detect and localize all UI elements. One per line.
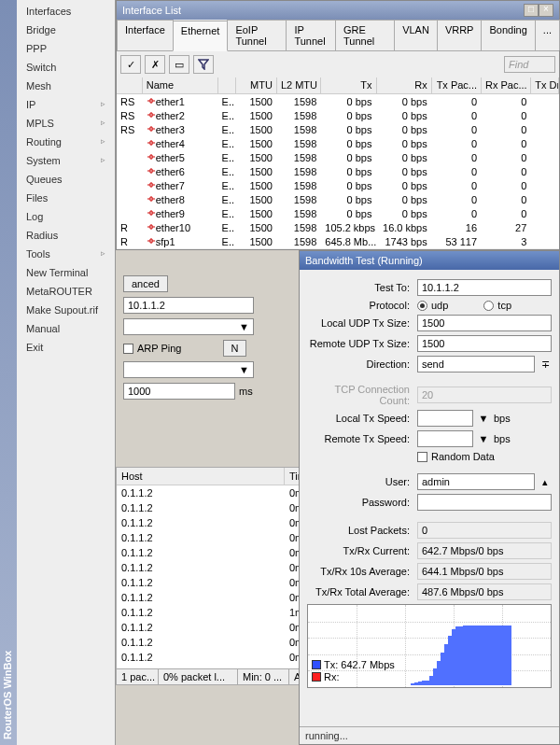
remote-txs-label: Remote Tx Speed:: [307, 433, 413, 444]
bandwidth-test-title: Bandwidth Test (Running): [300, 251, 559, 270]
sidebar-item-manual[interactable]: Manual: [17, 319, 115, 338]
lost-packets-label: Lost Packets:: [307, 525, 413, 536]
local-udp-label: Local UDP Tx Size:: [307, 317, 413, 329]
local-txs-label: Local Tx Speed:: [307, 413, 413, 424]
tab-interface[interactable]: Interface: [117, 20, 174, 50]
ping-src-dropdown[interactable]: ▼: [123, 361, 254, 378]
sidebar-item-radius[interactable]: Radius: [17, 226, 115, 245]
disable-button[interactable]: ✗: [145, 55, 165, 74]
direction-select[interactable]: send: [417, 356, 535, 372]
test-to-label: Test To:: [307, 282, 413, 293]
remote-txs-input[interactable]: [417, 430, 473, 447]
tab-gre-tunnel[interactable]: GRE Tunnel: [335, 20, 395, 50]
ping-address-input[interactable]: 10.1.1.2: [123, 297, 254, 314]
arp-ping-checkbox[interactable]: [123, 344, 133, 354]
sidebar-item-log[interactable]: Log: [17, 207, 115, 226]
local-txs-input[interactable]: [417, 410, 473, 427]
sidebar-item-new-terminal[interactable]: New Terminal: [17, 263, 115, 282]
interface-row[interactable]: ether7E..150015980 bps0 bps00: [117, 178, 559, 192]
ethernet-icon: [147, 166, 156, 176]
sidebar-item-files[interactable]: Files: [17, 189, 115, 207]
sidebar-item-interfaces[interactable]: Interfaces: [17, 2, 115, 21]
random-data-checkbox[interactable]: [417, 452, 427, 462]
ping-interval-input[interactable]: 1000: [123, 383, 235, 400]
local-txs-clear-icon[interactable]: ▼: [477, 413, 490, 424]
sidebar-item-exit[interactable]: Exit: [17, 338, 115, 357]
protocol-tcp-radio[interactable]: [483, 301, 494, 311]
protocol-udp-radio[interactable]: [417, 301, 427, 311]
protocol-udp-label: udp: [431, 300, 448, 311]
sidebar-item-routing[interactable]: Routing▹: [17, 133, 115, 151]
direction-dropdown-icon[interactable]: ∓: [539, 358, 552, 371]
txrx-current-value: 642.7 Mbps/0 bps: [417, 542, 552, 559]
interface-tabs: InterfaceEthernetEoIP TunnelIP TunnelGRE…: [117, 20, 559, 51]
ethernet-icon: [147, 124, 156, 134]
txrx-total-label: Tx/Rx Total Average:: [307, 586, 413, 597]
enable-button[interactable]: ✓: [120, 55, 141, 74]
interface-list-window: Interface List □ × InterfaceEthernetEoIP…: [116, 0, 560, 250]
sidebar-item-mpls[interactable]: MPLS▹: [17, 114, 115, 133]
advanced-button[interactable]: anced: [123, 275, 168, 292]
ping-panel: anced 10.1.1.2 ▼ ARP Ping N ▼ 1000 ms: [116, 271, 302, 404]
arp-ping-label: ARP Ping: [137, 343, 182, 354]
ethernet-icon: [147, 138, 156, 148]
ethernet-icon: [147, 96, 156, 105]
ethernet-icon: [147, 194, 156, 204]
user-input[interactable]: admin: [417, 473, 535, 490]
interface-row[interactable]: RSether1E..150015980 bps0 bps00: [117, 94, 559, 108]
tab-eoip-tunnel[interactable]: EoIP Tunnel: [227, 20, 287, 50]
tab-vlan[interactable]: VLAN: [394, 20, 438, 50]
sidebar-item-queues[interactable]: Queues: [17, 170, 115, 189]
interface-row[interactable]: ether5E..150015980 bps0 bps00: [117, 150, 559, 164]
tab-ethernet[interactable]: Ethernet: [173, 21, 229, 51]
sidebar-item-mesh[interactable]: Mesh: [17, 77, 115, 95]
interface-row[interactable]: ether4E..150015980 bps0 bps00: [117, 136, 559, 150]
password-input[interactable]: [417, 494, 552, 511]
interface-row[interactable]: Rsfp1E..15001598645.8 Mb...1743 bps53 11…: [117, 234, 559, 248]
ethernet-icon: [147, 208, 156, 218]
interface-row[interactable]: ether8E..150015980 bps0 bps00: [117, 192, 559, 206]
tab-bonding[interactable]: Bonding: [481, 20, 535, 50]
ethernet-icon: [147, 180, 156, 190]
n-button[interactable]: N: [223, 340, 247, 357]
remote-txs-clear-icon[interactable]: ▼: [477, 433, 490, 444]
protocol-tcp-label: tcp: [497, 300, 511, 311]
user-clear-icon[interactable]: ▴: [539, 476, 552, 488]
sidebar-item-system[interactable]: System▹: [17, 151, 115, 170]
tab--[interactable]: ...: [535, 20, 560, 50]
ping-interface-dropdown[interactable]: ▼: [123, 318, 254, 335]
test-to-input[interactable]: 10.1.1.2: [417, 279, 552, 296]
sidebar-item-make-supout-rif[interactable]: Make Supout.rif: [17, 301, 115, 319]
sidebar-item-ppp[interactable]: PPP: [17, 39, 115, 58]
close-window-button[interactable]: ×: [539, 4, 553, 17]
remote-txs-unit: bps: [494, 433, 511, 444]
tab-vrrp[interactable]: VRRP: [437, 20, 483, 50]
lost-packets-value: 0: [417, 522, 552, 539]
interface-grid-header[interactable]: Name MTU L2 MTU Tx Rx Tx Pac... Rx Pac..…: [117, 77, 559, 94]
find-input[interactable]: Find: [504, 56, 555, 73]
comment-button[interactable]: ▭: [169, 55, 189, 74]
interface-row[interactable]: Rether10E..15001598105.2 kbps16.0 kbps16…: [117, 220, 559, 234]
ethernet-icon: [147, 222, 156, 232]
app-title-bar: RouterOS WinBox: [0, 0, 17, 745]
filter-button[interactable]: [193, 55, 214, 74]
sidebar-item-metarouter[interactable]: MetaROUTER: [17, 282, 115, 301]
remote-udp-input[interactable]: 1500: [417, 335, 552, 352]
tab-ip-tunnel[interactable]: IP Tunnel: [286, 20, 336, 50]
random-data-label: Random Data: [431, 451, 495, 462]
sidebar: InterfacesBridgePPPSwitchMeshIP▹MPLS▹Rou…: [17, 0, 116, 745]
sidebar-item-bridge[interactable]: Bridge: [17, 21, 115, 39]
remote-udp-label: Remote UDP Tx Size:: [307, 338, 413, 349]
interface-row[interactable]: ether6E..150015980 bps0 bps00: [117, 164, 559, 178]
legend-tx-label: Tx: 642.7 Mbps: [324, 659, 395, 670]
sidebar-item-ip[interactable]: IP▹: [17, 95, 115, 114]
sidebar-item-switch[interactable]: Switch: [17, 58, 115, 77]
interface-row[interactable]: ether9E..150015980 bps0 bps00: [117, 206, 559, 220]
local-udp-input[interactable]: 1500: [417, 315, 552, 331]
bandwidth-graph: Tx: 642.7 Mbps Rx:: [307, 604, 552, 688]
sidebar-item-tools[interactable]: Tools▹: [17, 245, 115, 263]
interface-row[interactable]: RSether2E..150015980 bps0 bps00: [117, 108, 559, 122]
user-label: User:: [307, 476, 413, 487]
interface-row[interactable]: RSether3E..150015980 bps0 bps00: [117, 122, 559, 136]
detach-window-button[interactable]: □: [524, 4, 539, 17]
